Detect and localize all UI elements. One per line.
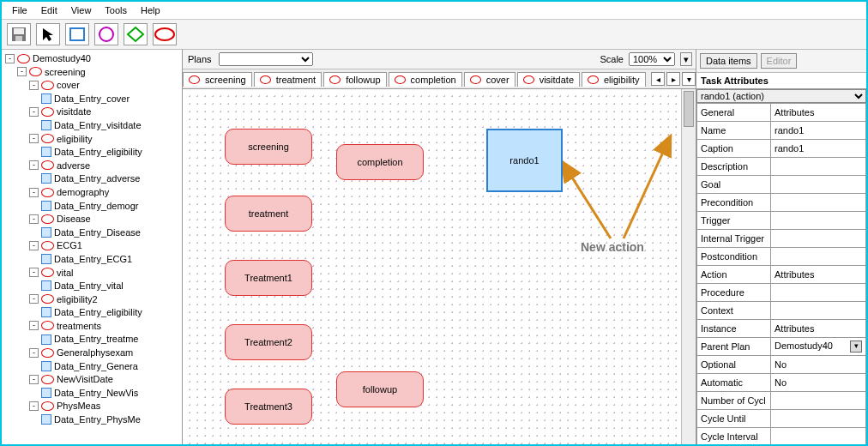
expand-icon[interactable]: -: [29, 134, 39, 143]
property-value[interactable]: Demostudy40▾: [771, 338, 866, 356]
tree-item[interactable]: Data_Entry_vital: [41, 279, 182, 292]
tree-item[interactable]: -vitalData_Entry_vital: [29, 266, 182, 292]
property-row[interactable]: OptionalNo: [697, 356, 866, 374]
tree-item[interactable]: Data_Entry_cover: [41, 92, 182, 105]
tree-item[interactable]: Data_Entry_demogr: [41, 199, 182, 213]
tree-item[interactable]: -eligibilityData_Entry_eligibility: [29, 132, 182, 159]
expand-icon[interactable]: -: [17, 67, 27, 76]
tree-item[interactable]: Data_Entry_Disease: [41, 226, 182, 239]
property-value[interactable]: [771, 410, 866, 428]
diamond-tool-button[interactable]: [124, 23, 148, 45]
tree-item[interactable]: -DiseaseData_Entry_Disease: [29, 212, 182, 238]
property-value[interactable]: Attributes: [771, 266, 866, 284]
property-value[interactable]: [771, 428, 866, 446]
save-button[interactable]: [7, 23, 31, 45]
expand-icon[interactable]: -: [29, 268, 39, 277]
property-value[interactable]: [771, 212, 866, 230]
menu-help[interactable]: Help: [136, 3, 166, 17]
expand-icon[interactable]: -: [29, 188, 39, 197]
property-value[interactable]: [771, 158, 866, 176]
node-treatment2[interactable]: Treatment2: [225, 324, 312, 360]
property-row[interactable]: AutomaticNo: [697, 374, 866, 392]
tree-item[interactable]: Data_Entry_NewVis: [41, 386, 182, 400]
tab-visitdate[interactable]: visitdate: [517, 72, 580, 87]
property-value[interactable]: Attributes: [771, 320, 866, 338]
tree-item[interactable]: -demographyData_Entry_demogr: [29, 185, 182, 212]
tree-panel[interactable]: -Demostudy40-screening-coverData_Entry_c…: [2, 50, 183, 446]
tree-item[interactable]: Data_Entry_PhysMe: [41, 413, 182, 426]
node-followup[interactable]: followup: [336, 371, 424, 407]
property-row[interactable]: GeneralAttributes: [697, 104, 866, 122]
tree-item[interactable]: -Demostudy40-screening-coverData_Entry_c…: [5, 51, 182, 426]
menu-view[interactable]: View: [66, 3, 97, 17]
tree-item[interactable]: -GeneralphysexamData_Entry_Genera: [29, 346, 182, 372]
property-value[interactable]: No: [771, 374, 866, 392]
property-value[interactable]: [771, 392, 866, 410]
ellipse-tool-button[interactable]: [153, 23, 177, 45]
expand-icon[interactable]: -: [29, 321, 39, 330]
tree-item[interactable]: Data_Entry_visitdate: [41, 118, 182, 132]
tree-item[interactable]: -PhysMeasData_Entry_PhysMe: [29, 399, 182, 425]
node-treatment[interactable]: treatment: [225, 196, 312, 232]
data-items-button[interactable]: Data items: [700, 53, 757, 69]
tab-menu-icon[interactable]: ▾: [682, 72, 696, 86]
node-completion[interactable]: completion: [336, 144, 424, 180]
node-screening[interactable]: screening: [225, 129, 312, 165]
property-row[interactable]: Cycle Interval: [697, 428, 866, 446]
circle-tool-button[interactable]: [94, 23, 118, 45]
expand-icon[interactable]: -: [29, 348, 39, 358]
property-value[interactable]: rando1: [771, 122, 866, 140]
menu-tools[interactable]: Tools: [99, 3, 132, 17]
property-value[interactable]: No: [771, 356, 866, 374]
tree-item[interactable]: -visitdateData_Entry_visitdate: [29, 105, 182, 131]
tree-item[interactable]: Data_Entry_ECG1: [41, 252, 182, 266]
tree-item[interactable]: Data_Entry_Genera: [41, 359, 182, 373]
tab-followup[interactable]: followup: [323, 72, 386, 87]
tree-item[interactable]: Data_Entry_treatme: [41, 332, 182, 346]
tree-item[interactable]: -coverData_Entry_cover: [29, 78, 182, 105]
dropdown-icon[interactable]: ▾: [850, 341, 862, 353]
property-row[interactable]: Namerando1: [697, 122, 866, 140]
tab-scroll-left-icon[interactable]: ◂: [651, 72, 665, 86]
scrollbar-thumb[interactable]: [684, 91, 694, 127]
tree-item[interactable]: -NewVisitDateData_Entry_NewVis: [29, 372, 182, 399]
property-row[interactable]: Precondition: [697, 194, 866, 212]
editor-button[interactable]: Editor: [761, 53, 798, 69]
rect-tool-button[interactable]: [65, 23, 89, 45]
plans-select[interactable]: [219, 52, 313, 66]
task-selector[interactable]: rando1 (action): [696, 89, 866, 103]
expand-icon[interactable]: -: [29, 160, 39, 170]
property-row[interactable]: Cycle Until: [697, 410, 866, 428]
property-row[interactable]: InstanceAttributes: [697, 320, 866, 338]
property-value[interactable]: [771, 194, 866, 212]
property-row[interactable]: ActionAttributes: [697, 266, 866, 284]
property-row[interactable]: Number of Cycl: [697, 392, 866, 410]
property-value[interactable]: rando1: [771, 140, 866, 158]
property-row[interactable]: Procedure: [697, 284, 866, 302]
property-value[interactable]: Attributes: [771, 104, 866, 122]
expand-icon[interactable]: -: [29, 401, 39, 411]
expand-icon[interactable]: -: [29, 81, 39, 90]
property-value[interactable]: [771, 284, 866, 302]
pointer-tool-button[interactable]: [36, 23, 60, 45]
tree-item[interactable]: Data_Entry_eligibility: [41, 305, 182, 319]
tree-item[interactable]: -treatmentsData_Entry_treatme: [29, 319, 182, 346]
property-row[interactable]: Parent PlanDemostudy40▾: [697, 338, 866, 356]
tab-scroll-right-icon[interactable]: ▸: [666, 72, 680, 86]
property-value[interactable]: [771, 302, 866, 320]
node-rando1[interactable]: rando1: [486, 129, 563, 192]
tree-item[interactable]: -eligibility2Data_Entry_eligibility: [29, 292, 182, 319]
canvas[interactable]: New action screeningcompletiontreatmentT…: [186, 93, 692, 444]
tab-completion[interactable]: completion: [389, 72, 462, 87]
expand-icon[interactable]: -: [29, 214, 39, 224]
tree-item[interactable]: -screening-coverData_Entry_cover-visitda…: [17, 65, 182, 426]
tab-treatment[interactable]: treatment: [254, 72, 322, 87]
property-row[interactable]: Description: [697, 158, 866, 176]
property-row[interactable]: Captionrando1: [697, 140, 866, 158]
property-row[interactable]: Goal: [697, 176, 866, 194]
property-value[interactable]: [771, 248, 866, 266]
tree-item[interactable]: Data_Entry_adverse: [41, 172, 182, 185]
menu-edit[interactable]: Edit: [36, 3, 63, 17]
menu-file[interactable]: File: [7, 3, 33, 17]
node-treatment1[interactable]: Treatment1: [225, 260, 312, 296]
